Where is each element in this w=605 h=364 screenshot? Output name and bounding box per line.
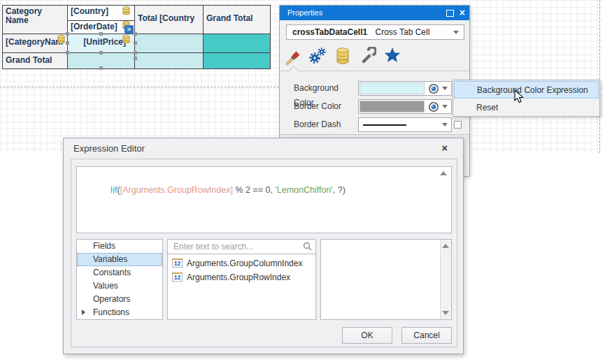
background-color-swatch <box>360 82 425 94</box>
selection-handle[interactable] <box>99 32 103 36</box>
gears-tab-icon[interactable] <box>308 47 327 65</box>
active-tab-notch <box>289 66 299 75</box>
property-marker-checkbox[interactable] <box>454 121 462 129</box>
selection-handle[interactable] <box>99 66 103 70</box>
category-functions[interactable]: Functions <box>77 306 162 319</box>
crosstab-grand-total-column-cell[interactable]: Grand Total <box>203 5 271 34</box>
mouse-cursor <box>514 89 525 104</box>
menu-item-background-color-expression[interactable]: Background Color Expression <box>454 81 599 99</box>
border-color-label: Border Color <box>294 99 360 114</box>
crosstab-data-cell[interactable] <box>134 52 204 69</box>
category-operators[interactable]: Operators <box>77 293 162 306</box>
chevron-down-icon <box>442 87 448 90</box>
selected-control-type: Cross Tab Cell <box>376 27 430 37</box>
category-fields[interactable]: Fields <box>77 240 162 253</box>
background-color-editor[interactable] <box>358 81 452 96</box>
smart-tag-button[interactable]: > <box>124 25 134 34</box>
expression-text: Iif([Arguments.GroupRowIndex] % 2 == 0, … <box>91 175 346 205</box>
expression-text-editor[interactable]: Iif([Arguments.GroupRowIndex] % 2 == 0, … <box>76 166 452 233</box>
selection-handle[interactable] <box>134 32 137 36</box>
paintbrush-tab-icon[interactable] <box>285 47 301 66</box>
category-values[interactable]: Values <box>77 279 162 293</box>
band-separator-line <box>0 87 279 87</box>
border-color-editor[interactable] <box>358 99 452 114</box>
search-box <box>167 239 316 254</box>
selection-handle[interactable] <box>134 57 137 60</box>
scroll-up-icon[interactable] <box>442 244 449 248</box>
crosstab-column-total-cell[interactable]: Total [Country <box>134 5 204 34</box>
color-picker-icon <box>428 83 439 94</box>
ok-button[interactable]: OK <box>342 327 392 344</box>
selection-handle[interactable] <box>66 41 69 45</box>
field-binding-icon <box>122 35 130 43</box>
crosstab-grand-total-data-cell[interactable] <box>203 52 271 69</box>
category-list: Fields Variables Constants Values Operat… <box>76 239 163 320</box>
page-margin-line-vertical <box>599 0 600 153</box>
database-tab-icon[interactable] <box>336 47 350 65</box>
category-constants[interactable]: Constants <box>77 266 162 279</box>
color-picker-icon <box>428 101 439 112</box>
scroll-down-icon[interactable] <box>442 311 449 315</box>
tab-separator <box>280 71 469 71</box>
crosstab-data-cell[interactable] <box>134 34 204 53</box>
solid-line-sample <box>363 124 406 126</box>
scroll-up-icon[interactable] <box>440 171 447 175</box>
dialog-title: Expression Editor <box>73 143 145 154</box>
crosstab-grand-total-data-cell[interactable] <box>203 34 271 53</box>
selected-control-name: crossTabDataCell1 <box>292 27 367 37</box>
search-icon <box>303 242 312 251</box>
expand-arrow-icon[interactable] <box>82 310 85 315</box>
border-dash-style-label: Border Dash Style <box>294 117 360 132</box>
selected-control-dropdown[interactable]: crossTabDataCell1 Cross Tab Cell <box>286 24 464 40</box>
border-dash-style-editor[interactable] <box>358 117 452 132</box>
variables-list: 12 Arguments.GroupColumnIndex 12 Argumen… <box>167 254 316 320</box>
variable-item-groupcolumnindex[interactable]: 12 Arguments.GroupColumnIndex <box>168 256 315 270</box>
variable-item-grouprowindex[interactable]: 12 Arguments.GroupRowIndex <box>168 270 315 284</box>
star-tab-icon[interactable] <box>384 47 401 63</box>
chevron-down-icon <box>442 123 448 126</box>
category-variables[interactable]: Variables <box>77 253 162 266</box>
menu-item-reset[interactable]: Reset <box>454 99 599 117</box>
chevron-down-icon <box>453 31 459 34</box>
properties-panel-title: Properties <box>280 6 469 20</box>
background-color-label: Background Color <box>294 81 360 96</box>
wrench-tab-icon[interactable] <box>361 47 376 64</box>
border-color-swatch <box>360 101 425 112</box>
cancel-button[interactable]: Cancel <box>401 327 452 344</box>
scrollbar[interactable] <box>440 240 451 319</box>
crosstab-corner-cell[interactable]: Category Name <box>2 5 68 34</box>
report-designer: Category Name [Country] [OrderDate] Tota… <box>0 0 605 364</box>
chevron-down-icon <box>442 105 448 108</box>
selection-handle[interactable] <box>134 41 137 45</box>
close-icon[interactable]: × <box>460 6 465 20</box>
integer-variable-icon: 12 <box>172 259 183 268</box>
integer-variable-icon: 12 <box>172 272 183 282</box>
restore-window-icon[interactable] <box>446 10 454 17</box>
search-input[interactable] <box>167 239 316 254</box>
field-binding-icon <box>57 35 65 43</box>
expression-editor-dialog: Expression Editor × Iif([Arguments.Group… <box>63 138 464 354</box>
crosstab-row-grand-total-cell[interactable]: Grand Total <box>2 52 68 69</box>
close-icon[interactable]: × <box>441 142 448 154</box>
selection-handle[interactable] <box>134 51 137 54</box>
selection-handle[interactable] <box>66 32 69 36</box>
selection-handle[interactable] <box>99 51 103 54</box>
property-context-menu: Background Color Expression Reset <box>453 80 600 117</box>
description-list[interactable] <box>320 239 452 320</box>
field-binding-icon <box>122 6 130 15</box>
selection-handle[interactable] <box>66 51 69 54</box>
